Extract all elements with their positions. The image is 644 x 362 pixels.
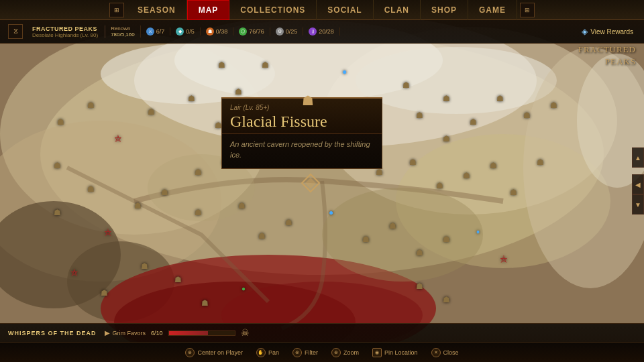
pin-label: Pin Location	[384, 349, 418, 356]
svg-point-13	[356, 47, 557, 114]
grim-fill	[169, 331, 209, 335]
renown-info: Renown 780/5,160	[105, 25, 141, 38]
stat-5: ⚙ 0/25	[270, 27, 304, 36]
control-center: ⊕ Center on Player	[185, 348, 243, 357]
stat-5-value: 0/25	[286, 28, 298, 35]
zoom-label: Zoom	[343, 349, 359, 356]
grim-label: Grim Favors	[113, 330, 146, 337]
view-rewards-label: View Rewards	[590, 28, 633, 36]
control-pan: ✋ Pan	[256, 348, 279, 357]
renown-value: 780/5,160	[111, 32, 135, 38]
grim-count: 6/10	[151, 330, 163, 337]
controls-bar: ⊕ Center on Player ✋ Pan ⊗ Filter ⊕ Zoom…	[0, 342, 644, 362]
grim-icon: ☠	[241, 327, 250, 339]
bottom-bar: WHISPERS OF THE DEAD ▶ Grim Favors 6/10 …	[0, 323, 644, 342]
whispers-label: WHISPERS OF THE DEAD	[8, 330, 97, 337]
stat-6: ⚷ 20/28	[303, 27, 340, 36]
control-zoom: ⊕ Zoom	[331, 348, 359, 357]
nav-clan[interactable]: CLAN	[374, 0, 421, 20]
control-close[interactable]: ✕ Close	[431, 348, 459, 357]
center-label: Center on Player	[197, 349, 243, 356]
stat-3-value: 0/38	[216, 28, 228, 35]
stat-2-value: 0/5	[186, 28, 195, 35]
popup-title: Glacial Fissure	[230, 113, 374, 130]
lair-icon: ☗	[298, 93, 318, 113]
stat-1-value: 6/7	[156, 28, 165, 35]
popup-description: An ancient cavern reopened by the shifti…	[222, 134, 382, 168]
view-rewards-button[interactable]: ◈ View Rewards	[576, 27, 639, 36]
region-name: FRACTURED PEAKS	[32, 25, 98, 32]
region-sub: Desolate Highlands (Lv. 80)	[32, 32, 98, 38]
pan-label: Pan	[268, 349, 279, 356]
rewards-icon: ◈	[582, 27, 588, 36]
zoom-btn: ⊕	[331, 348, 341, 357]
side-arrow-bot[interactable]: ▼	[632, 194, 644, 215]
map-container[interactable]: ☗ ☗ ⛤ ☗ ☗ ☗ ☗ ☗ ☗ ☗ ☗ ⛤ ☗ ☗ ☗ ☗ ☗ ☗ ☗ ☗ …	[0, 0, 644, 362]
close-label: Close	[443, 349, 459, 356]
stat-3: ☗ 0/38	[201, 27, 234, 36]
info-bar: ⧖ FRACTURED PEAKS Desolate Highlands (Lv…	[0, 20, 644, 44]
top-nav: ⊞ SEASON MAP COLLECTIONS SOCIAL CLAN SHO…	[0, 0, 644, 20]
svg-point-15	[322, 188, 483, 282]
region-icon: ⧖	[8, 24, 23, 39]
stat-4: ⬡ 76/76	[233, 27, 270, 36]
stat-2: ◆ 0/5	[170, 27, 201, 36]
region-label-line1: FRACTURED	[578, 44, 636, 56]
nav-collections[interactable]: COLLECTIONS	[229, 0, 317, 20]
side-arrow-mid[interactable]: ◀	[632, 174, 644, 194]
nav-game[interactable]: GAME	[468, 0, 517, 20]
grim-progress-bar	[168, 330, 235, 336]
nav-shop[interactable]: SHOP	[421, 0, 468, 20]
left-corner-icon: ⊞	[109, 3, 124, 17]
region-info: FRACTURED PEAKS Desolate Highlands (Lv. …	[25, 25, 105, 38]
pin-btn: ◉	[372, 348, 382, 357]
stat-6-value: 20/28	[319, 28, 334, 35]
whispers-arrow: ▶	[105, 329, 110, 337]
nav-social[interactable]: SOCIAL	[317, 0, 373, 20]
filter-label: Filter	[305, 349, 318, 356]
renown-label: Renown	[111, 25, 130, 32]
control-pin: ◉ Pin Location	[372, 348, 418, 357]
close-btn[interactable]: ✕	[431, 348, 441, 357]
right-corner-icon: ⊞	[520, 3, 535, 17]
nav-map[interactable]: MAP	[187, 0, 230, 20]
center-btn: ⊕	[185, 348, 195, 357]
pan-btn: ✋	[256, 348, 266, 357]
location-marker	[301, 173, 321, 193]
svg-marker-20	[305, 178, 316, 188]
side-arrow-top[interactable]: ▲	[632, 147, 644, 168]
region-label: FRACTURED PEAKS	[578, 44, 636, 68]
region-label-line2: PEAKS	[578, 56, 636, 68]
stat-4-value: 76/76	[249, 28, 264, 35]
control-filter: ⊗ Filter	[292, 348, 318, 357]
filter-btn: ⊗	[292, 348, 302, 357]
nav-season[interactable]: SEASON	[127, 0, 187, 20]
stat-1: ⚔ 6/7	[141, 27, 171, 36]
